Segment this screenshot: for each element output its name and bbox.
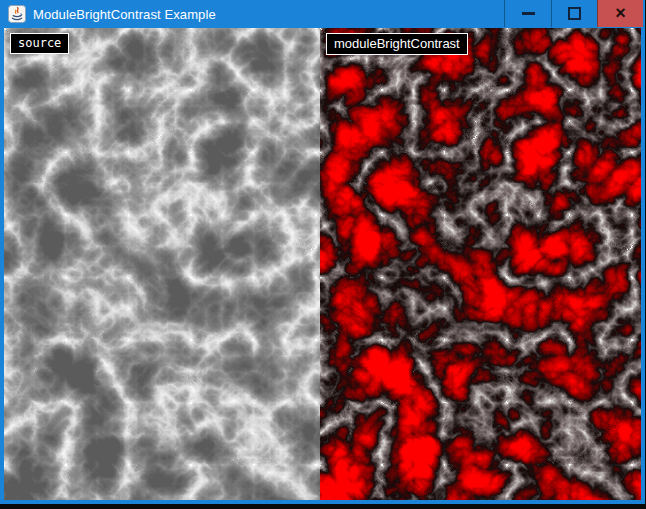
app-window: ModuleBrightContrast Example ×	[0, 0, 645, 504]
minimize-button[interactable]	[504, 0, 551, 27]
maximize-icon	[568, 7, 581, 20]
source-label: source	[10, 33, 69, 54]
source-image	[4, 28, 320, 500]
module-panel: moduleBrightContrast	[320, 28, 641, 500]
window-controls: ×	[504, 0, 643, 27]
content-area: source	[4, 28, 641, 500]
source-panel: source	[4, 28, 320, 500]
titlebar[interactable]: ModuleBrightContrast Example ×	[0, 0, 645, 28]
module-bright-contrast-image	[320, 28, 641, 500]
close-icon: ×	[615, 4, 626, 22]
minimize-icon	[522, 12, 535, 15]
java-coffee-cup-icon[interactable]	[8, 5, 26, 23]
close-button[interactable]: ×	[597, 0, 643, 27]
maximize-button[interactable]	[551, 0, 597, 27]
module-bright-contrast-label: moduleBrightContrast	[326, 33, 468, 55]
window-title: ModuleBrightContrast Example	[33, 7, 216, 22]
